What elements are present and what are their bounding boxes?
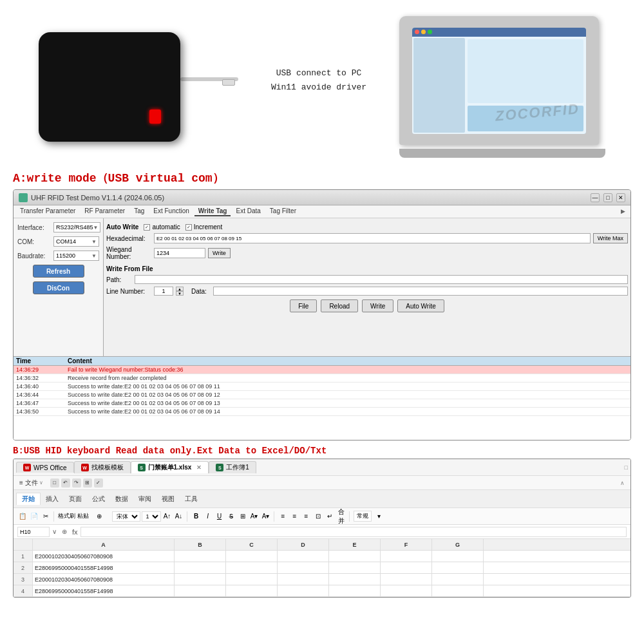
ss-tab-wps[interactable]: W WPS Office	[16, 462, 74, 473]
cell-c2[interactable]	[226, 562, 278, 573]
font-increase-icon[interactable]: A↑	[162, 511, 173, 522]
cell-g3[interactable]	[432, 574, 484, 585]
ribbon-tab-insert[interactable]: 插入	[41, 493, 64, 505]
close-button[interactable]: ✕	[616, 193, 625, 202]
font-select[interactable]: 宋体	[112, 511, 140, 522]
cell-a4[interactable]: E28069950000401558F14998	[33, 585, 175, 596]
ribbon-tab-view[interactable]: 视图	[156, 493, 180, 505]
ribbon-tab-page[interactable]: 页面	[64, 493, 87, 505]
step-up-button[interactable]: ▲	[176, 287, 184, 291]
ss-tab-template[interactable]: W 找模板模板	[74, 461, 131, 473]
window-controls[interactable]: — □ ✕	[591, 193, 625, 202]
ribbon-tab-data[interactable]: 数据	[110, 493, 133, 505]
data-input[interactable]	[213, 287, 628, 296]
fill-color-button[interactable]: A▾	[249, 511, 260, 522]
font-color-button[interactable]: A▾	[261, 511, 271, 522]
cell-d2[interactable]	[278, 562, 329, 573]
format-cut-icon[interactable]: ✂	[41, 511, 51, 522]
align-center-button[interactable]: ≡	[290, 511, 300, 522]
table-row[interactable]: 1 E20001020304050607080908	[14, 551, 630, 562]
format-style-badge[interactable]: 常规	[354, 511, 372, 522]
style-dropdown-icon[interactable]: ▾	[374, 511, 384, 522]
cell-f4[interactable]	[381, 585, 432, 596]
cell-e4[interactable]	[329, 585, 381, 596]
cell-b1[interactable]	[175, 551, 226, 562]
align-right-button[interactable]: ≡	[301, 511, 312, 522]
tab-write-tag[interactable]: Write Tag	[194, 207, 231, 216]
format-copy-icon[interactable]: ⊕	[94, 511, 104, 522]
automatic-checkbox-label[interactable]: automatic	[144, 223, 180, 231]
refresh-button[interactable]: Refresh	[33, 265, 84, 278]
ribbon-tab-formula[interactable]: 公式	[87, 493, 110, 505]
toolbar-icon-5[interactable]: ✓	[94, 478, 103, 488]
interface-dropdown[interactable]: RS232/RS485 ▼	[53, 222, 100, 232]
write-button[interactable]: Write	[208, 248, 231, 258]
font-size-select[interactable]: 11	[142, 511, 161, 522]
cell-a2[interactable]: E28069950000401558F14998	[33, 562, 175, 573]
cell-f1[interactable]	[381, 551, 432, 562]
format-paste-icon[interactable]: 📄	[29, 511, 39, 522]
font-decrease-icon[interactable]: A↓	[174, 511, 184, 522]
ss-tab-xlsx[interactable]: S 门禁账单1.xlsx ✕	[131, 461, 209, 473]
formula-input[interactable]	[80, 527, 627, 537]
merge-button[interactable]: ⊡	[313, 511, 323, 522]
reload-button[interactable]: Reload	[321, 299, 358, 312]
tab-ext-data[interactable]: Ext Data	[232, 207, 264, 216]
line-number-stepper[interactable]: ▲ ▼	[176, 287, 184, 296]
hex-input[interactable]	[154, 233, 591, 243]
increment-checkbox[interactable]	[185, 224, 192, 231]
cell-d4[interactable]	[278, 585, 329, 596]
discon-button[interactable]: DisCon	[33, 281, 84, 294]
cell-a1[interactable]: E20001020304050607080908	[33, 551, 175, 562]
col-header-g[interactable]: G	[432, 539, 484, 550]
strikethrough-button[interactable]: S̶	[226, 511, 236, 522]
cell-b4[interactable]	[175, 585, 226, 596]
cell-f2[interactable]	[381, 562, 432, 573]
italic-button[interactable]: I	[203, 511, 213, 522]
menu-file[interactable]: ≡ 文件 ∨	[16, 478, 46, 488]
col-header-d[interactable]: D	[278, 539, 329, 550]
tab-ext-function[interactable]: Ext Function	[149, 207, 193, 216]
border-button[interactable]: ⊞	[238, 511, 248, 522]
format-clipboard-icon[interactable]: 📋	[17, 511, 28, 522]
align-left-button[interactable]: ≡	[278, 511, 289, 522]
increment-checkbox-label[interactable]: Increment	[185, 223, 222, 231]
table-row[interactable]: 2 E28069950000401558F14998	[14, 562, 630, 574]
ss-tab-xlsx-close[interactable]: ✕	[196, 464, 202, 471]
cell-reference-input[interactable]	[17, 527, 50, 537]
table-row[interactable]: 4 E28069950000401558F14998	[14, 585, 630, 597]
auto-write-button[interactable]: Auto Write	[397, 299, 444, 312]
wiegand-input[interactable]	[154, 248, 205, 258]
col-header-e[interactable]: E	[329, 539, 381, 550]
underline-button[interactable]: U	[214, 511, 225, 522]
toolbar-icon-1[interactable]: □	[50, 478, 59, 488]
cell-e1[interactable]	[329, 551, 381, 562]
wrap-button[interactable]: ↵	[325, 511, 335, 522]
toolbar-icon-2[interactable]: ↶	[61, 478, 70, 488]
col-header-f[interactable]: F	[381, 539, 432, 550]
cell-c4[interactable]	[226, 585, 278, 596]
minimize-button[interactable]: —	[591, 193, 600, 202]
maximize-button[interactable]: □	[603, 193, 612, 202]
merge-cells-button[interactable]: 合并	[336, 511, 346, 522]
table-row[interactable]: 3 E20001020304050607080908	[14, 574, 630, 585]
cell-c1[interactable]	[226, 551, 278, 562]
ribbon-tab-tools[interactable]: 工具	[180, 493, 203, 505]
cell-f3[interactable]	[381, 574, 432, 585]
path-input[interactable]	[135, 275, 628, 284]
bold-button[interactable]: B	[191, 511, 202, 522]
line-number-input[interactable]	[154, 287, 173, 296]
col-header-b[interactable]: B	[175, 539, 226, 550]
tab-arrow-icon[interactable]: ▶	[618, 207, 628, 216]
cell-g1[interactable]	[432, 551, 484, 562]
cell-b2[interactable]	[175, 562, 226, 573]
formula-expand-icon[interactable]: ∨	[52, 528, 57, 535]
ribbon-tab-review[interactable]: 审阅	[133, 493, 156, 505]
step-down-button[interactable]: ▼	[176, 291, 184, 296]
tab-transfer-parameter[interactable]: Transfer Parameter	[16, 207, 79, 216]
search-formula-icon[interactable]: ⊕	[62, 528, 67, 535]
col-header-c[interactable]: C	[226, 539, 278, 550]
toolbar-icon-3[interactable]: ↷	[72, 478, 81, 488]
file-button[interactable]: File	[290, 299, 317, 312]
automatic-checkbox[interactable]	[144, 224, 150, 231]
